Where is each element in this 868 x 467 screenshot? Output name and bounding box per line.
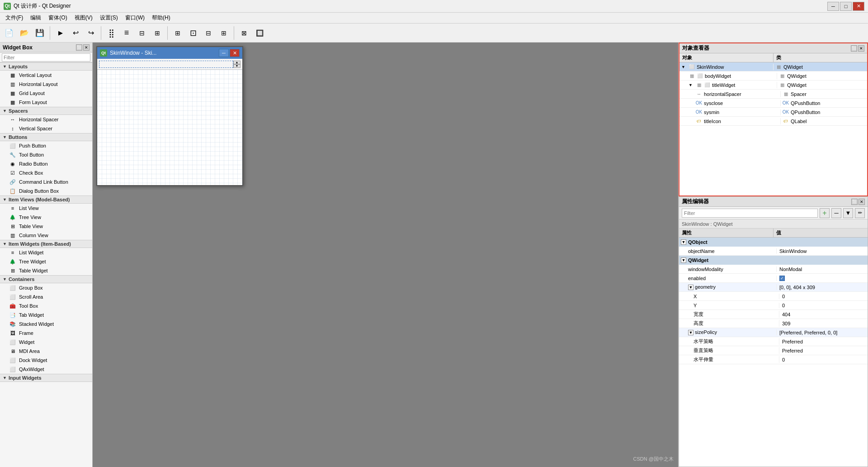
item-list-widget[interactable]: ≡ List Widget — [0, 248, 92, 257]
list-item[interactable]: windowModality NonModal — [679, 265, 868, 274]
pe-group-qwidget[interactable]: ▼ QWidget — [679, 256, 868, 265]
sizepolicy-expand-icon[interactable]: ▼ — [688, 330, 693, 335]
canvas-arrow-up[interactable]: ▲ — [233, 61, 241, 64]
toolbar-layout2[interactable]: ≡ — [119, 26, 134, 40]
pe-edit-btn[interactable]: ✏ — [855, 208, 865, 218]
item-vertical-layout[interactable]: ▦ Vertical Layout — [0, 71, 92, 80]
canvas-area[interactable]: Qt SkinWindow - Ski... ─ ✕ ▲ ▼ CSDN @国中之… — [93, 43, 678, 467]
design-window-minimize[interactable]: ─ — [219, 49, 229, 57]
widget-box-float[interactable]: ⬜ — [76, 44, 82, 51]
toolbar-preview[interactable]: 🔲 — [252, 26, 267, 40]
item-widget[interactable]: ⬜ Widget — [0, 338, 92, 347]
toolbar-open[interactable]: 📂 — [17, 26, 32, 40]
list-item[interactable]: 高度 309 — [679, 319, 868, 328]
maximize-button[interactable]: □ — [840, 2, 852, 11]
pe-down-btn[interactable]: ▼ — [843, 208, 853, 218]
list-item[interactable]: ▼ sizePolicy [Preferred, Preferred, 0, 0… — [679, 328, 868, 337]
close-button[interactable]: ✕ — [853, 2, 864, 11]
section-item-views[interactable]: ▼ Item Views (Model-Based) — [0, 195, 92, 204]
item-qax-widget[interactable]: ⬜ QAxWidget — [0, 365, 92, 374]
item-horizontal-layout[interactable]: ▥ Horizontal Layout — [0, 80, 92, 89]
titlewidget-arrow[interactable]: ▼ — [689, 83, 694, 87]
pe-float-btn[interactable]: ⬜ — [851, 199, 858, 205]
toolbar-undo[interactable]: ↩ — [68, 26, 83, 40]
section-containers[interactable]: ▼ Containers — [0, 275, 92, 283]
menu-edit[interactable]: 编辑 — [27, 13, 45, 23]
qwidget-expand-icon[interactable]: ▼ — [681, 257, 686, 263]
list-item[interactable]: 水平策略 Preferred — [679, 337, 868, 346]
table-row[interactable]: ▼ ⬜ SkinWindow ▦ QWidget — [679, 62, 867, 71]
filter-input[interactable] — [2, 53, 90, 62]
toolbar-new[interactable]: 📄 — [2, 26, 16, 40]
design-window-close[interactable]: ✕ — [230, 49, 240, 57]
toolbar-grid1[interactable]: ⊞ — [170, 26, 185, 40]
menu-view[interactable]: 视图(V) — [71, 13, 96, 23]
toolbar-grid3[interactable]: ⊟ — [201, 26, 216, 40]
menu-form[interactable]: 窗体(O) — [45, 13, 71, 23]
section-input-widgets[interactable]: ▼ Input Widgets — [0, 374, 92, 382]
list-item[interactable]: objectName SkinWindow — [679, 247, 868, 256]
item-mdi-area[interactable]: 🖥 MDI Area — [0, 347, 92, 356]
item-tree-view[interactable]: 🌲 Tree View — [0, 213, 92, 222]
menu-window[interactable]: 窗口(W) — [122, 13, 148, 23]
list-item[interactable]: Y 0 — [679, 301, 868, 310]
table-row[interactable]: OK sysclose OK QPushButton — [679, 99, 867, 108]
qobject-expand-icon[interactable]: ▼ — [681, 239, 686, 245]
item-tool-button[interactable]: 🔧 Tool Button — [0, 150, 92, 159]
item-stacked-widget[interactable]: 📚 Stacked Widget — [0, 319, 92, 329]
menu-file[interactable]: 文件(F) — [2, 13, 27, 23]
item-dialog-button-box[interactable]: 📋 Dialog Button Box — [0, 186, 92, 195]
item-tool-box[interactable]: 🧰 Tool Box — [0, 301, 92, 310]
skinwindow-arrow[interactable]: ▼ — [681, 65, 687, 69]
pe-add-btn[interactable]: + — [820, 208, 830, 218]
minimize-button[interactable]: ─ — [827, 2, 839, 11]
toolbar-edit-widgets[interactable]: ▶ — [53, 26, 67, 40]
item-frame[interactable]: 🖼 Frame — [0, 329, 92, 338]
item-column-view[interactable]: ▥ Column View — [0, 231, 92, 240]
oi-float-btn[interactable]: ⬜ — [851, 45, 857, 52]
pe-minus-btn[interactable]: ─ — [831, 208, 841, 218]
item-tab-widget[interactable]: 📑 Tab Widget — [0, 310, 92, 319]
table-row[interactable]: 🏷 titleIcon 🏷 QLabel — [679, 117, 867, 126]
toolbar-layout4[interactable]: ⊞ — [150, 26, 165, 40]
table-row[interactable]: ▼ ▦ ⬜ titleWidget ▦ QWidget — [679, 81, 867, 90]
list-item[interactable]: X 0 — [679, 292, 868, 301]
section-buttons[interactable]: ▼ Buttons — [0, 133, 92, 141]
oi-close-btn[interactable]: ✕ — [858, 45, 864, 52]
item-table-view[interactable]: ⊞ Table View — [0, 222, 92, 231]
section-layouts[interactable]: ▼ Layouts — [0, 62, 92, 71]
widget-box-close[interactable]: ✕ — [83, 44, 90, 51]
menu-settings[interactable]: 设置(S) — [96, 13, 122, 23]
item-check-box[interactable]: ☑ Check Box — [0, 168, 92, 177]
toolbar-layout3[interactable]: ⊟ — [135, 26, 149, 40]
section-item-widgets[interactable]: ▼ Item Widgets (Item-Based) — [0, 240, 92, 248]
item-push-button[interactable]: ⬜ Push Button — [0, 141, 92, 150]
pe-group-qobject[interactable]: ▼ QObject — [679, 238, 868, 247]
item-list-view[interactable]: ≡ List View — [0, 204, 92, 213]
section-spacers[interactable]: ▼ Spacers — [0, 107, 92, 115]
item-command-link-button[interactable]: 🔗 Command Link Button — [0, 177, 92, 186]
table-row[interactable]: ▦ ⬜ bodyWidget ▦ QWidget — [679, 71, 867, 81]
item-form-layout[interactable]: ▦ Form Layout — [0, 98, 92, 107]
item-radio-button[interactable]: ◉ Radio Button — [0, 159, 92, 168]
toolbar-break[interactable]: ⊠ — [237, 26, 251, 40]
canvas-name-input[interactable] — [99, 61, 233, 68]
menu-help[interactable]: 帮助(H) — [148, 13, 174, 23]
toolbar-grid2[interactable]: ⊡ — [186, 26, 200, 40]
geometry-expand-icon[interactable]: ▼ — [688, 285, 693, 290]
toolbar-redo[interactable]: ↪ — [84, 26, 98, 40]
list-item[interactable]: ▼ geometry [0, 0], 404 x 309 — [679, 283, 868, 292]
list-item[interactable]: 垂直策略 Preferred — [679, 346, 868, 355]
toolbar-save[interactable]: 💾 — [33, 26, 47, 40]
enabled-checkbox[interactable]: ✓ — [779, 276, 785, 281]
item-group-box[interactable]: ⬜ Group Box — [0, 283, 92, 292]
list-item[interactable]: enabled ✓ — [679, 274, 868, 283]
toolbar-layout1[interactable]: ⣿ — [104, 26, 118, 40]
item-scroll-area[interactable]: ⬜ Scroll Area — [0, 292, 92, 301]
item-table-widget[interactable]: ⊞ Table Widget — [0, 266, 92, 275]
list-item[interactable]: 宽度 404 — [679, 310, 868, 319]
item-grid-layout[interactable]: ▦ Grid Layout — [0, 89, 92, 98]
item-dock-widget[interactable]: ⬜ Dock Widget — [0, 356, 92, 365]
design-canvas[interactable] — [97, 70, 242, 185]
pe-filter-input[interactable] — [682, 209, 818, 218]
